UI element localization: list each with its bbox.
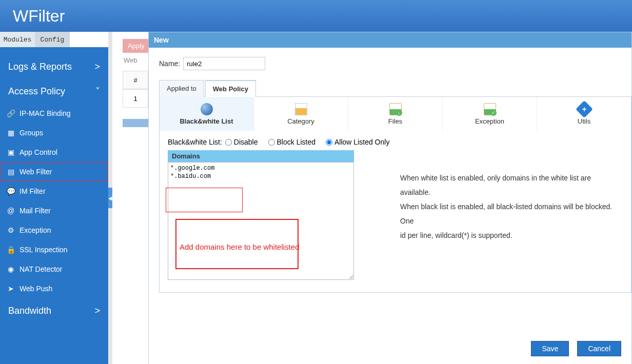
- sidebar-item-label: NAT Detector: [19, 265, 63, 273]
- sidebar-item-label: IM Filter: [19, 187, 46, 195]
- files-icon: [389, 103, 402, 115]
- sidebar-item-label: Web Push: [19, 285, 52, 293]
- sidebar-item-label: Exception: [19, 226, 51, 234]
- tab-modules[interactable]: Modules: [0, 32, 35, 47]
- name-input[interactable]: [183, 57, 265, 70]
- help-line: When white list is enabled, only domains…: [400, 171, 623, 199]
- section-access-policy[interactable]: Access Policy ˅: [0, 79, 108, 104]
- new-rule-modal: New Name: Applied to Web Policy Black&wh…: [148, 32, 632, 364]
- apps-icon: ▣: [6, 148, 15, 157]
- globe-icon: [201, 103, 213, 115]
- lock-icon: 🔒: [6, 245, 15, 254]
- send-icon: ➤: [6, 284, 15, 293]
- bg-web-label: Web: [124, 56, 137, 64]
- sidebar-item-sslinspection[interactable]: 🔒 SSL Inspection: [0, 240, 108, 259]
- sidebar-item-exception[interactable]: ⚙ Exception: [0, 220, 108, 240]
- collapse-button[interactable]: ◀: [108, 188, 112, 208]
- toolbar-label: Exception: [475, 117, 504, 125]
- apply-button-bg: Apply: [123, 39, 150, 53]
- sidebar-collapse: ◀: [108, 32, 112, 364]
- sidebar-item-label: App Control: [19, 148, 57, 156]
- radio-blocklisted-label[interactable]: Block Listed: [268, 138, 315, 146]
- sidebar-item-webfilter[interactable]: ▤ Web Filter: [0, 162, 108, 181]
- gear-icon: ⚙: [6, 226, 15, 235]
- sidebar-item-mailfilter[interactable]: @ Mail Filter: [0, 201, 108, 220]
- radio-blocklisted[interactable]: [268, 139, 275, 146]
- sidebar-item-ipmac[interactable]: 🔗 IP-MAC Binding: [0, 104, 108, 123]
- radio-allowlisted[interactable]: [326, 139, 332, 146]
- sidebar-item-label: Groups: [19, 129, 43, 137]
- sidebar-item-webpush[interactable]: ➤ Web Push: [0, 279, 108, 298]
- toolbar-utils[interactable]: Utils: [537, 97, 631, 131]
- sidebar-item-imfilter[interactable]: 💬 IM Filter: [0, 181, 108, 201]
- domains-header: Domains: [168, 150, 354, 162]
- toolbar-blackwhite[interactable]: Black&white List: [160, 97, 254, 131]
- sidebar-item-label: SSL Inspection: [19, 246, 68, 254]
- help-line: id per line, wildcard(*) is supported.: [400, 228, 623, 242]
- save-button[interactable]: Save: [531, 341, 569, 356]
- cancel-button[interactable]: Cancel: [577, 341, 621, 356]
- section-label: Bandwidth: [8, 306, 51, 316]
- radio-disable[interactable]: [225, 139, 232, 146]
- tab-web-policy[interactable]: Web Policy: [205, 80, 256, 97]
- exception-icon: [484, 103, 496, 115]
- toolbar-category[interactable]: Category: [254, 97, 348, 131]
- name-label: Name:: [159, 59, 180, 68]
- at-icon: @: [6, 206, 15, 215]
- chevron-right-icon: >: [94, 62, 100, 72]
- bg-td: 1: [123, 89, 148, 108]
- utils-icon: [576, 100, 593, 118]
- toolbar-exception[interactable]: Exception: [443, 97, 537, 131]
- sidebar-item-label: Web Filter: [19, 168, 52, 176]
- sidebar-item-natdetector[interactable]: ◉ NAT Detector: [0, 259, 108, 279]
- chevron-down-icon: ˅: [95, 86, 100, 97]
- toolbar-label: Black&white List: [180, 117, 233, 125]
- sidebar-item-groups[interactable]: ▦ Groups: [0, 123, 108, 143]
- bg-th: #: [123, 71, 148, 89]
- link-icon: 🔗: [6, 109, 15, 118]
- section-label: Logs & Reports: [8, 62, 72, 72]
- annotation-text: Add domains here to be whitelisted: [180, 242, 299, 251]
- bg-new-button: [123, 119, 148, 127]
- category-icon: [295, 103, 307, 115]
- toolbar-label: Utils: [578, 117, 590, 125]
- toolbar-label: Category: [287, 117, 314, 125]
- toolbar-files[interactable]: Files: [348, 97, 443, 131]
- modal-title: New: [149, 32, 631, 48]
- radio-allowlisted-label[interactable]: Allow Listed Only: [326, 138, 389, 146]
- web-icon: ▤: [6, 167, 15, 176]
- tab-applied-to[interactable]: Applied to: [159, 80, 204, 97]
- app-header: WFilter: [0, 0, 632, 32]
- help-line: When black list is enabled, all black-li…: [400, 199, 623, 228]
- toolbar-label: Files: [388, 117, 402, 125]
- section-label: Access Policy: [8, 86, 65, 97]
- tab-config[interactable]: Config: [35, 32, 70, 47]
- sidebar-item-label: Mail Filter: [19, 207, 51, 215]
- main-content: Apply Web # 1 New Name: Applied to Web P…: [112, 32, 632, 364]
- bg-table: # 1: [123, 71, 148, 108]
- nat-icon: ◉: [6, 265, 15, 274]
- grid-icon: ▦: [6, 128, 15, 137]
- domains-textarea[interactable]: [168, 162, 354, 280]
- chat-icon: 💬: [6, 187, 15, 196]
- bw-label: Black&white List:: [168, 138, 222, 146]
- sidebar-item-label: IP-MAC Binding: [19, 109, 71, 117]
- sidebar: Modules Config Logs & Reports > Access P…: [0, 32, 108, 364]
- sidebar-item-appcontrol[interactable]: ▣ App Control: [0, 143, 108, 162]
- radio-disable-label[interactable]: Disable: [225, 138, 258, 146]
- chevron-right-icon: >: [94, 306, 100, 316]
- section-bandwidth[interactable]: Bandwidth >: [0, 298, 108, 323]
- section-logs-reports[interactable]: Logs & Reports >: [0, 54, 108, 79]
- help-text: When white list is enabled, only domains…: [400, 150, 623, 282]
- app-title: WFilter: [13, 7, 65, 26]
